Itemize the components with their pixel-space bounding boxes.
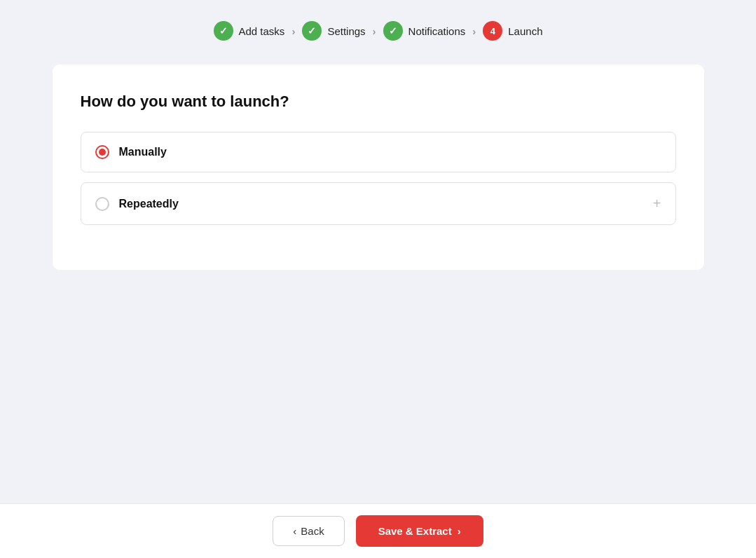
save-arrow-icon: › — [458, 525, 461, 537]
back-button[interactable]: ‹ Back — [273, 516, 344, 546]
arrow-3: › — [472, 25, 476, 37]
step-label-settings: Settings — [327, 25, 365, 37]
bottom-bar: ‹ Back Save & Extract › — [0, 503, 756, 558]
step-label-launch: Launch — [508, 25, 542, 37]
radio-repeatedly[interactable] — [95, 197, 109, 211]
option-label-repeatedly: Repeatedly — [119, 198, 179, 210]
step-label-notifications: Notifications — [408, 25, 466, 37]
step-launch[interactable]: 4 Launch — [483, 21, 542, 41]
stepper: Add tasks › Settings › Notifications › 4… — [214, 0, 543, 57]
option-manually[interactable]: Manually — [81, 132, 676, 172]
radio-inner-manually — [99, 149, 106, 156]
option-left-manually: Manually — [95, 145, 167, 159]
step-add-tasks[interactable]: Add tasks — [214, 21, 285, 41]
radio-manually[interactable] — [95, 145, 109, 159]
back-arrow-icon: ‹ — [293, 525, 296, 537]
save-label: Save & Extract — [378, 525, 452, 537]
back-label: Back — [301, 525, 324, 537]
step-active-icon-launch: 4 — [483, 21, 502, 41]
expand-repeatedly-icon[interactable]: + — [653, 196, 661, 212]
main-card: How do you want to launch? Manually Repe… — [53, 64, 704, 270]
step-done-icon-settings — [302, 21, 322, 41]
option-left-repeatedly: Repeatedly — [95, 197, 179, 211]
step-label-add-tasks: Add tasks — [239, 25, 285, 37]
option-label-manually: Manually — [119, 146, 167, 158]
step-done-icon-add-tasks — [214, 21, 233, 41]
save-extract-button[interactable]: Save & Extract › — [356, 515, 483, 547]
step-done-icon-notifications — [383, 21, 403, 41]
arrow-1: › — [291, 25, 295, 37]
step-settings[interactable]: Settings — [302, 21, 365, 41]
option-repeatedly[interactable]: Repeatedly + — [81, 182, 676, 225]
card-title: How do you want to launch? — [81, 93, 676, 111]
arrow-2: › — [373, 25, 376, 37]
step-notifications[interactable]: Notifications — [383, 21, 466, 41]
